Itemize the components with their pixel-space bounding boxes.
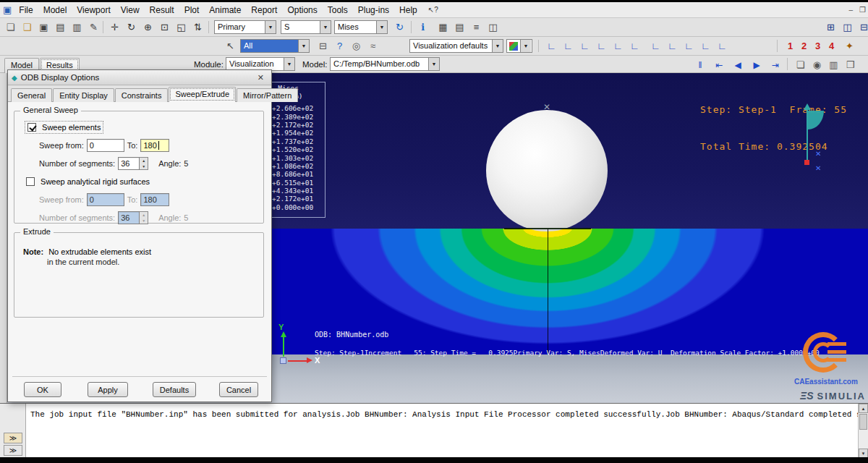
menu-item-animate[interactable]: Animate (204, 4, 246, 17)
scrollbar-thumb[interactable] (859, 414, 867, 430)
probe-values-icon[interactable]: ◎ (349, 38, 364, 54)
menu-item-tools[interactable]: Tools (323, 4, 353, 17)
viewport-icon-group: ⊞◫⊟❐ (823, 20, 868, 35)
sweep-to-input[interactable]: 180 (140, 139, 169, 152)
selection-filter-dropdown[interactable]: All ▼ (240, 39, 310, 53)
tab-mirror-pattern[interactable]: Mirror/Pattern (237, 88, 298, 102)
new-file-icon[interactable]: ❏ (3, 20, 18, 35)
command-line-button[interactable]: ≫ (4, 445, 22, 456)
menu-item-plug-ins[interactable]: Plug-ins (353, 4, 394, 17)
spin-down-icon[interactable]: ▼ (140, 163, 148, 169)
capture-icon[interactable]: ▥ (69, 20, 85, 35)
pointer-icon[interactable]: ↖ (223, 38, 238, 54)
defaults-button[interactable]: Defaults (153, 382, 196, 397)
query-info-icon[interactable]: ? (332, 38, 347, 54)
tab-constraints[interactable]: Constraints (115, 88, 169, 102)
viewport-number-4[interactable]: 4 (825, 38, 838, 54)
menu-item-result[interactable]: Result (145, 4, 179, 17)
scroll-up-icon[interactable]: ▲ (859, 404, 868, 413)
cycle-views-icon[interactable]: ⇅ (190, 20, 205, 35)
snapshot-icon[interactable]: ❒ (843, 57, 858, 72)
next-frame-icon[interactable]: ▶ (748, 57, 765, 72)
film-strip-icon[interactable]: ▥ (826, 57, 841, 72)
view-custom-icon[interactable]: ∟ (715, 38, 730, 54)
active-frames-icon[interactable]: ▤ (452, 20, 467, 35)
tile-horizontal-icon[interactable]: ⊟ (856, 20, 868, 35)
info-icon[interactable]: ℹ (415, 20, 430, 35)
tab-general[interactable]: General (11, 88, 52, 102)
view-front-icon[interactable]: ∟ (544, 38, 559, 54)
view-iso-icon[interactable]: ∟ (648, 38, 663, 54)
message-area-button[interactable]: ≫ (4, 433, 22, 443)
record-animation-icon[interactable]: ◉ (809, 57, 825, 72)
section-cut-icon[interactable]: ◫ (485, 20, 501, 35)
last-frame-icon[interactable]: ⇥ (767, 57, 784, 72)
dialog-title-bar[interactable]: ◆ ODB Display Options ✕ (8, 70, 271, 85)
view-cut-icon[interactable]: ⊟ (315, 38, 331, 54)
sync-odb-icon[interactable]: ↻ (392, 20, 407, 35)
tile-vertical-icon[interactable]: ◫ (840, 20, 855, 35)
animation-options-icon[interactable]: ≡ (469, 20, 484, 35)
context-help-icon[interactable]: ↖? (428, 6, 438, 14)
view-rotate-x-icon[interactable]: ∟ (665, 38, 680, 54)
magnify-view-icon[interactable]: ⊕ (140, 20, 156, 35)
sweep-rigid-checkbox[interactable]: Sweep analytical rigid surfaces (26, 177, 150, 186)
message-gutter: ≫ ≫ (0, 404, 26, 458)
color-defaults-dropdown[interactable]: Visualization defaults ▼ (409, 39, 503, 53)
pan-view-icon[interactable]: ✛ (107, 20, 122, 35)
view-bottom-icon[interactable]: ∟ (594, 38, 609, 54)
save-icon[interactable]: ▣ (36, 20, 51, 35)
create-viewport-icon[interactable]: ⊞ (823, 20, 838, 35)
close-icon[interactable]: ✕ (254, 72, 268, 83)
apply-button[interactable]: Apply (88, 382, 128, 397)
viewport-number-3[interactable]: 3 (812, 38, 824, 54)
view-back-icon[interactable]: ∟ (561, 38, 576, 54)
menu-item-help[interactable]: Help (394, 4, 422, 17)
view-left-icon[interactable]: ∟ (610, 38, 626, 54)
menu-item-report[interactable]: Report (246, 4, 282, 17)
menu-item-view[interactable]: View (116, 4, 145, 17)
ok-button[interactable]: OK (24, 382, 61, 397)
odb-path-dropdown[interactable]: C:/Temp/BHNumber.odb ▼ (330, 57, 440, 71)
render-options-icon[interactable]: ✦ (842, 38, 857, 54)
rotate-view-icon[interactable]: ↻ (124, 20, 139, 35)
fit-view-icon[interactable]: ◱ (174, 20, 189, 35)
menu-item-viewport[interactable]: Viewport (72, 4, 115, 17)
sweep-elements-checkbox[interactable]: Sweep elements (26, 122, 102, 132)
xy-data-icon[interactable]: ≈ (365, 38, 380, 54)
box-zoom-icon[interactable]: ⊡ (157, 20, 172, 35)
menu-item-model[interactable]: Model (38, 4, 72, 17)
pause-icon[interactable]: ‖ (692, 57, 709, 72)
cancel-button[interactable]: Cancel (219, 382, 258, 397)
spin-up-icon[interactable]: ▲ (140, 158, 148, 163)
view-right-icon[interactable]: ∟ (627, 38, 642, 54)
menu-item-options[interactable]: Options (282, 4, 322, 17)
menu-item-plot[interactable]: Plot (179, 4, 205, 17)
viewport-number-2[interactable]: 2 (798, 38, 810, 54)
previous-frame-icon[interactable]: ◀ (729, 57, 746, 72)
message-scrollbar[interactable]: ▲ ▼ (858, 404, 868, 458)
field-output-icon[interactable]: ▦ (435, 20, 451, 35)
restore-button[interactable]: ❐ (859, 6, 866, 14)
first-frame-icon[interactable]: ⇤ (710, 57, 728, 72)
tab-sweep-extrude[interactable]: Sweep/Extrude (169, 87, 236, 102)
print-icon[interactable]: ▤ (53, 20, 68, 35)
view-top-icon[interactable]: ∟ (577, 38, 592, 54)
open-odb-icon[interactable]: ❑ (20, 20, 35, 35)
color-code-dropdown[interactable]: ▼ (506, 39, 532, 53)
field-output-dropdown[interactable]: S ▼ (281, 20, 331, 34)
viewport-number-1[interactable]: 1 (784, 38, 796, 54)
segments-input[interactable]: 36 (118, 157, 140, 170)
sweep-from-input[interactable]: 0 (87, 139, 124, 152)
menu-item-file[interactable]: File (14, 4, 38, 17)
tab-entity-display[interactable]: Entity Display (53, 88, 114, 102)
chevron-down-icon: ▼ (376, 21, 387, 33)
view-rotate-y-icon[interactable]: ∟ (681, 38, 697, 54)
invariant-dropdown[interactable]: Mises ▼ (334, 20, 388, 34)
animation-controls-icon[interactable]: ❏ (793, 57, 808, 72)
annotate-icon[interactable]: ✎ (86, 20, 101, 35)
minimize-button[interactable]: – (848, 6, 853, 14)
view-rotate-z-icon[interactable]: ∟ (698, 38, 713, 54)
primary-variable-dropdown[interactable]: Primary ▼ (214, 20, 276, 34)
segments-spinner[interactable]: ▲▼ (140, 157, 148, 170)
